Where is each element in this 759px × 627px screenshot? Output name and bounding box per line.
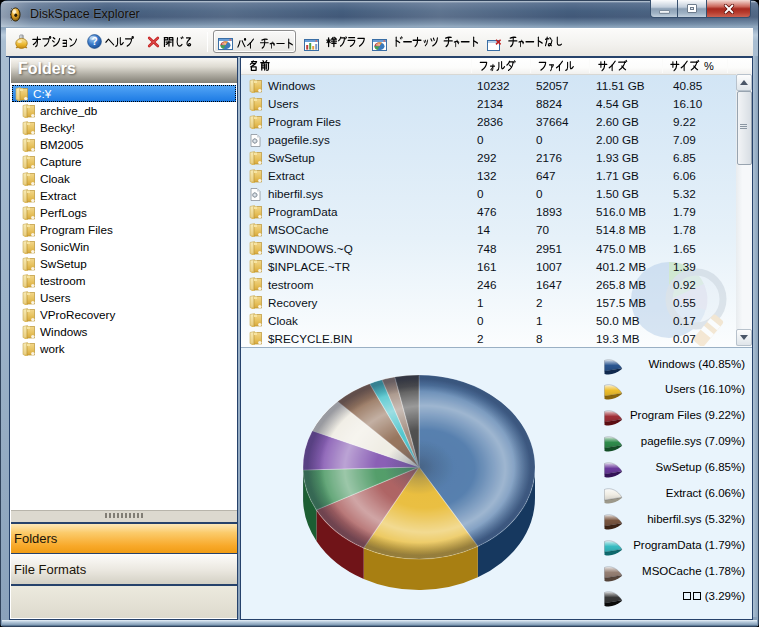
svg-text:?: ? — [91, 36, 97, 47]
